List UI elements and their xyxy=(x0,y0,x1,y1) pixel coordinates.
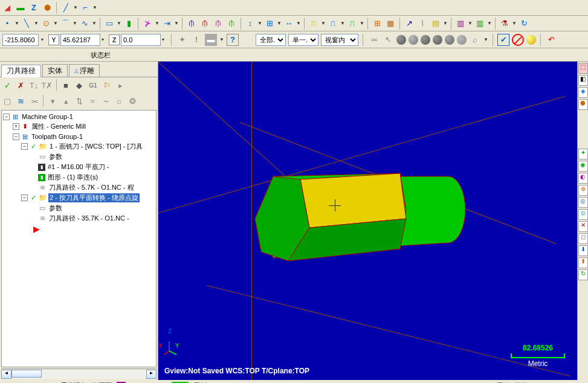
tool-clip-icon[interactable]: ⌇ xyxy=(416,18,428,30)
dropdown-arrow-icon[interactable]: ▼ xyxy=(512,21,517,26)
pt-chain-icon[interactable]: ⫘ xyxy=(28,95,40,107)
tool-line-icon[interactable]: ╲ xyxy=(21,18,33,30)
dropdown-arrow-icon[interactable]: ▼ xyxy=(73,5,78,10)
tool-arrow-icon[interactable]: ↗ xyxy=(403,18,415,30)
pt-down-icon[interactable]: ▾ xyxy=(47,95,59,107)
tool-line2-icon[interactable]: ⌐ xyxy=(79,2,91,14)
rs-btn-7[interactable]: ◐ xyxy=(578,173,588,184)
sphere-4-icon[interactable] xyxy=(433,35,442,45)
help-icon[interactable]: ? xyxy=(227,34,239,46)
cancel-icon[interactable] xyxy=(512,34,524,46)
dropdown-arrow-icon[interactable]: ▼ xyxy=(321,21,326,26)
dropdown-arrow-icon[interactable]: ▼ xyxy=(443,21,448,26)
tool-fillet-icon[interactable]: ⌒ xyxy=(59,18,71,30)
pt-box-icon[interactable]: ▢ xyxy=(1,95,13,107)
tree-label-selected[interactable]: 2 - 按刀具平面转换 - 绕原点旋 xyxy=(48,193,140,202)
tree-scrollbar-h[interactable]: ◄ ► xyxy=(1,369,157,379)
tree-label[interactable]: #1 - M16.00 平底刀 - xyxy=(47,163,110,172)
pt-wave2-icon[interactable]: ≈ xyxy=(86,95,99,107)
filter-window-combo[interactable]: 视窗内 xyxy=(321,34,358,46)
tree-op2-param[interactable]: ▭ 参数 xyxy=(3,203,155,213)
tool-arc-icon[interactable]: ⊙ xyxy=(40,18,52,30)
tool-grid1-icon[interactable]: ⊞ xyxy=(371,18,383,30)
pt-t1-icon[interactable]: T↓ xyxy=(28,79,40,91)
rs-btn-15[interactable]: ↻ xyxy=(578,269,588,280)
snap1-icon[interactable]: ✦ xyxy=(176,34,188,46)
pt-uncheck-icon[interactable]: ✗ xyxy=(15,79,27,91)
tool-iso-icon[interactable]: ⬢ xyxy=(41,2,53,14)
tab-solid[interactable]: 实体 xyxy=(42,64,68,77)
tool-p1-icon[interactable]: ▥ xyxy=(454,18,467,30)
pt-waves-icon[interactable]: ≋ xyxy=(15,95,27,107)
scroll-right-button[interactable]: ► xyxy=(146,370,157,379)
pt-g1-button[interactable]: G1 xyxy=(86,79,100,91)
sphere-6-icon[interactable] xyxy=(457,35,467,45)
dropdown-arrow-icon[interactable]: ▼ xyxy=(34,21,39,26)
collapse-icon[interactable]: − xyxy=(21,195,28,201)
bottom-plane-label[interactable]: 构图面 xyxy=(92,381,112,384)
tool-m2-icon[interactable]: ⫛ xyxy=(199,18,211,30)
sphere-2-icon[interactable] xyxy=(409,35,418,45)
tool-rect-icon[interactable]: ▭ xyxy=(103,18,115,30)
pt-gear1-icon[interactable]: ☼ xyxy=(113,95,125,107)
tree-label[interactable]: 图形 - (1) 串连(s) xyxy=(47,173,99,182)
tree-op1-param[interactable]: ▭ 参数 xyxy=(3,152,155,162)
tool-z-icon[interactable]: Z xyxy=(28,2,40,14)
tree-label[interactable]: 参数 xyxy=(48,152,63,161)
tree-label[interactable]: Machine Group-1 xyxy=(21,113,74,120)
tool-m3-icon[interactable]: ⫛ xyxy=(212,18,224,30)
tree-properties[interactable]: + ⬍ 属性 - Generic Mill xyxy=(3,121,155,132)
scroll-left-button[interactable]: ◄ xyxy=(1,370,11,379)
check-icon[interactable]: ✔ xyxy=(497,34,509,46)
collapse-icon[interactable]: − xyxy=(21,143,28,150)
tree-label[interactable]: Toolpath Group-1 xyxy=(30,133,84,140)
dropdown-arrow-icon[interactable]: ▼ xyxy=(73,21,77,26)
tree-op2-path[interactable]: ≋ 刀具路径 - 35.7K - O1.NC - xyxy=(3,213,155,224)
dropdown-arrow-icon[interactable]: ▾ xyxy=(162,37,167,42)
tool-yellow-icon[interactable]: ⎍ xyxy=(308,18,320,30)
tool-move-icon[interactable]: ↕ xyxy=(244,18,256,30)
rs-btn-9[interactable]: ◎ xyxy=(578,197,588,208)
tool-path1-icon[interactable]: ⎍ xyxy=(327,18,339,30)
snap2-icon[interactable]: ! xyxy=(190,34,202,46)
tool-trim-icon[interactable]: ⊁ xyxy=(141,18,153,30)
dropdown-arrow-icon[interactable]: ▼ xyxy=(117,21,121,26)
dropdown-arrow-icon[interactable]: ▼ xyxy=(174,21,179,26)
tool-group-icon[interactable]: ⊞ xyxy=(263,18,276,30)
bottom-attr-label[interactable]: 属性 xyxy=(496,381,509,384)
tool-brush-icon[interactable]: ◢ xyxy=(1,2,13,14)
dropdown-arrow-icon[interactable]: ▼ xyxy=(296,21,301,26)
rs-btn-3[interactable]: ◈ xyxy=(578,87,588,98)
tool-refresh-icon[interactable]: ↻ xyxy=(518,18,530,30)
pt-gear2-icon[interactable]: ❂ xyxy=(126,95,138,107)
snap3-icon[interactable]: ▬ xyxy=(205,34,217,46)
z-label-button[interactable]: Z xyxy=(109,34,120,45)
tool-spline-icon[interactable]: ∿ xyxy=(79,18,91,30)
rs-btn-11[interactable]: ✕ xyxy=(578,221,588,232)
tree-op2[interactable]: − ✓ 📁 2 - 按刀具平面转换 - 绕原点旋 xyxy=(3,193,155,203)
pt-right-icon[interactable]: ▸ xyxy=(114,79,126,91)
tab-relief[interactable]: △浮雕 xyxy=(69,64,100,77)
rs-btn-8[interactable]: ⊕ xyxy=(578,185,588,196)
dropdown-arrow-icon[interactable]: ▼ xyxy=(483,37,488,42)
tool-note-icon[interactable]: ▤ xyxy=(430,18,442,30)
tool-extend-icon[interactable]: ⇥ xyxy=(161,18,173,30)
sphere-1-icon[interactable] xyxy=(396,35,406,45)
tool-flask-icon[interactable]: ⚗ xyxy=(499,18,511,30)
tool-m4-icon[interactable]: ⫛ xyxy=(225,18,237,30)
chain-icon[interactable]: ⫘ xyxy=(367,34,380,46)
tool-p2-icon[interactable]: ▥ xyxy=(474,18,486,30)
undo-icon[interactable]: ↶ xyxy=(545,34,557,46)
tool-solid-icon[interactable]: ▮ xyxy=(123,18,135,30)
dropdown-arrow-icon[interactable]: ▼ xyxy=(340,21,345,26)
tree-label[interactable]: 1 - 面铣刀 - [WCS: TOP] - [刀具 xyxy=(48,142,144,151)
collapse-icon[interactable]: − xyxy=(13,134,19,140)
tree-op1-path[interactable]: ≋ 刀具路径 - 5.7K - O1.NC - 程 xyxy=(3,182,155,193)
magnify-icon[interactable]: ⌕ xyxy=(469,34,481,46)
dropdown-arrow-icon[interactable]: ▼ xyxy=(468,21,473,26)
pt-stop-icon[interactable]: ■ xyxy=(60,79,72,91)
dropdown-arrow-icon[interactable]: ▾ xyxy=(41,37,46,42)
dropdown-arrow-icon[interactable]: ▼ xyxy=(92,21,97,26)
rs-btn-13[interactable]: ⬇ xyxy=(578,245,588,256)
bottom-layer-label[interactable]: 层别 xyxy=(193,381,207,384)
